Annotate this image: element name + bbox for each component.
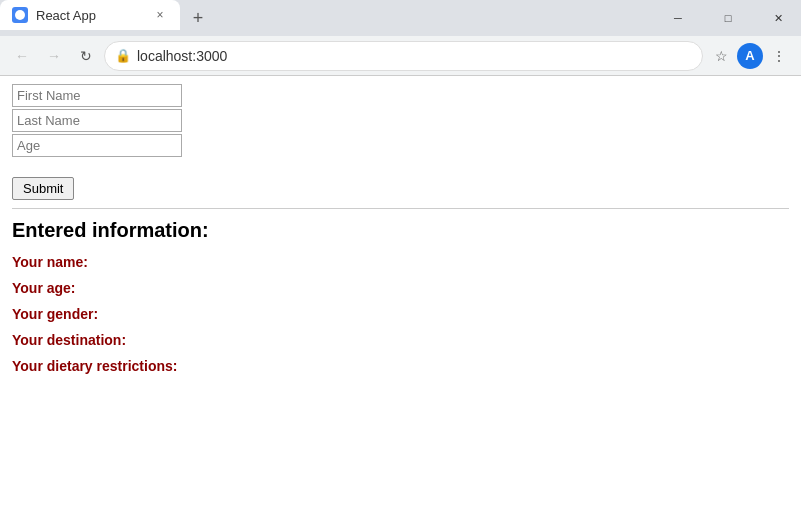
lock-icon: 🔒 <box>115 48 131 63</box>
last-name-input[interactable] <box>12 109 182 132</box>
menu-icon[interactable]: ⋮ <box>765 42 793 70</box>
minimize-button[interactable]: ─ <box>655 4 701 33</box>
info-title: Entered information: <box>12 219 789 242</box>
tab-close-button[interactable]: × <box>152 7 168 23</box>
close-button[interactable]: ✕ <box>755 4 801 33</box>
info-name: Your name: <box>12 254 789 270</box>
forward-button[interactable]: → <box>40 42 68 70</box>
back-button[interactable]: ← <box>8 42 36 70</box>
submit-button[interactable]: Submit <box>12 177 74 200</box>
tab-favicon <box>12 7 28 23</box>
bookmark-icon[interactable]: ☆ <box>707 42 735 70</box>
new-tab-button[interactable]: + <box>184 4 212 32</box>
info-destination: Your destination: <box>12 332 789 348</box>
first-name-input[interactable] <box>12 84 182 107</box>
reload-button[interactable]: ↻ <box>72 42 100 70</box>
info-gender: Your gender: <box>12 306 789 322</box>
tab-title: React App <box>36 8 144 23</box>
page-content: Submit Entered information: Your name: Y… <box>0 76 801 509</box>
form-section <box>12 84 789 157</box>
info-dietary: Your dietary restrictions: <box>12 358 789 374</box>
toolbar-right: ☆ A ⋮ <box>707 42 793 70</box>
profile-icon[interactable]: A <box>737 43 763 69</box>
browser-tab[interactable]: React App × <box>0 0 180 30</box>
address-bar-container[interactable]: 🔒 <box>104 41 703 71</box>
info-section: Entered information: Your name: Your age… <box>12 219 789 374</box>
info-age: Your age: <box>12 280 789 296</box>
age-input[interactable] <box>12 134 182 157</box>
restore-button[interactable]: □ <box>705 4 751 33</box>
section-divider <box>12 208 789 209</box>
window-controls: ─ □ ✕ <box>655 0 801 36</box>
address-bar[interactable] <box>137 48 692 64</box>
browser-toolbar: ← → ↻ 🔒 ☆ A ⋮ <box>0 36 801 76</box>
